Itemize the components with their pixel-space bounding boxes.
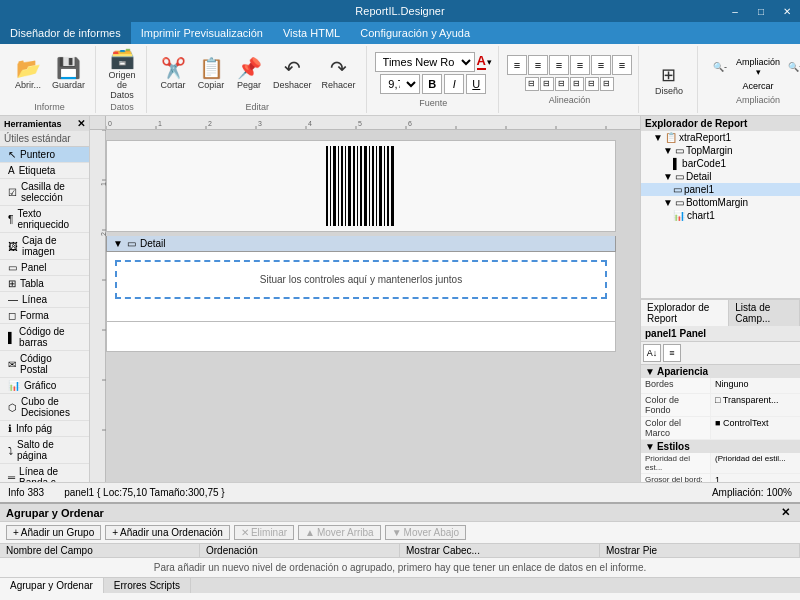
texto-enriquecido-icon: ¶ <box>8 214 13 225</box>
zoom-out-button[interactable]: 🔍- <box>706 55 734 79</box>
data-source-button[interactable]: 🗃️ Origende Datos <box>104 48 140 100</box>
add-order-button[interactable]: + Añadir una Ordenación <box>105 525 230 540</box>
tool-linea[interactable]: — Línea <box>0 292 89 308</box>
align-bottom-button[interactable]: ≡ <box>612 55 632 75</box>
props-cat-estilos[interactable]: ▼ Estilos <box>641 440 800 453</box>
caja-imagen-label: Caja de imagen <box>22 235 81 257</box>
close-button[interactable]: ✕ <box>774 0 800 22</box>
redo-button[interactable]: ↷ Rehacer <box>318 48 360 100</box>
svg-rect-40 <box>369 146 370 226</box>
bold-button[interactable]: B <box>422 74 442 94</box>
status-zoom: Ampliación: 100% <box>712 487 792 498</box>
tree-item-bottommargin[interactable]: ▼ ▭ BottomMargin <box>641 196 800 209</box>
delete-button[interactable]: ✕ Eliminar <box>234 525 294 540</box>
grafico-icon: 📊 <box>8 380 20 391</box>
svg-rect-42 <box>376 146 377 226</box>
tool-tabla[interactable]: ⊞ Tabla <box>0 276 89 292</box>
bottom-tab-scripts[interactable]: Errores Scripts <box>104 578 191 593</box>
bottommargin-icon: ▭ <box>675 197 684 208</box>
tool-casilla[interactable]: ☑ Casilla de selección <box>0 179 89 206</box>
svg-rect-46 <box>391 146 394 226</box>
props-group-icon[interactable]: ≡ <box>663 344 681 362</box>
move-up-label: Mover Arriba <box>317 527 374 538</box>
save-button[interactable]: 💾 Guardar <box>48 48 89 100</box>
underline-button[interactable]: U <box>466 74 486 94</box>
tool-linea-banda[interactable]: ═ Línea de Banda c... <box>0 464 89 482</box>
tool-texto-enriquecido[interactable]: ¶ Texto enriquecido <box>0 206 89 233</box>
svg-text:6: 6 <box>408 120 412 127</box>
font-family-select[interactable]: Times New Roman <box>375 52 475 72</box>
props-tab-fields[interactable]: Lista de Camp... <box>729 300 800 326</box>
tool-salto[interactable]: ⤵ Salto de página <box>0 437 89 464</box>
align-center-button[interactable]: ≡ <box>528 55 548 75</box>
toolbox-close[interactable]: ✕ <box>77 118 85 129</box>
align-opt5[interactable]: ⊟ <box>585 77 599 91</box>
menu-item-html[interactable]: Vista HTML <box>273 22 350 44</box>
move-up-button[interactable]: ▲ Mover Arriba <box>298 525 381 540</box>
align-opt6[interactable]: ⊟ <box>600 77 614 91</box>
align-opt4[interactable]: ⊟ <box>570 77 584 91</box>
tool-info-pag[interactable]: ℹ Info pág <box>0 421 89 437</box>
props-tab-explorer[interactable]: Explorador de Report <box>641 300 729 326</box>
tool-puntero[interactable]: ↖ Puntero <box>0 147 89 163</box>
tool-codigo-barras[interactable]: ▌ Código de barras <box>0 324 89 351</box>
tool-grafico[interactable]: 📊 Gráfico <box>0 378 89 394</box>
cut-button[interactable]: ✂️ Cortar <box>155 48 191 100</box>
align-opt2[interactable]: ⊟ <box>540 77 554 91</box>
bottom-panel-controls: ✕ <box>777 506 794 519</box>
panel-control[interactable]: Situar los controles aquí y mantenerlos … <box>115 260 607 299</box>
bottom-empty-text: Para añadir un nuevo nivel de ordenación… <box>0 558 800 577</box>
tool-codigo-postal[interactable]: ✉ Código Postal <box>0 351 89 378</box>
align-left-button[interactable]: ≡ <box>507 55 527 75</box>
tool-panel[interactable]: ▭ Panel <box>0 260 89 276</box>
props-sort-icon[interactable]: A↓ <box>643 344 661 362</box>
tabla-label: Tabla <box>20 278 44 289</box>
tree-item-detail[interactable]: ▼ ▭ Detail <box>641 170 800 183</box>
align-top-button[interactable]: ≡ <box>591 55 611 75</box>
properties-panel: Explorador de Report Lista de Camp... pa… <box>641 299 800 482</box>
tool-forma[interactable]: ◻ Forma <box>0 308 89 324</box>
tree-item-chart1[interactable]: 📊 chart1 <box>641 209 800 222</box>
menu-item-preview[interactable]: Imprimir Previsualización <box>131 22 273 44</box>
menu-item-designer[interactable]: Diseñador de informes <box>0 22 131 44</box>
tool-cubo[interactable]: ⬡ Cubo de Decisiones <box>0 394 89 421</box>
panel-text: Situar los controles aquí y mantenerlos … <box>260 274 462 285</box>
bottom-tab-agrupar[interactable]: Agrupar y Ordenar <box>0 578 104 593</box>
props-tab-explorer-label: Explorador de Report <box>647 302 709 324</box>
align-opt1[interactable]: ⊟ <box>525 77 539 91</box>
move-down-button[interactable]: ▼ Mover Abajo <box>385 525 467 540</box>
barcode-visual <box>326 146 396 226</box>
maximize-button[interactable]: □ <box>748 0 774 22</box>
col-cabecera: Mostrar Cabec... <box>400 544 600 557</box>
ruler-ticks: 0 1 2 3 4 5 6 <box>106 116 640 130</box>
tree-item-topmargin[interactable]: ▼ ▭ TopMargin <box>641 144 800 157</box>
align-justify-button[interactable]: ≡ <box>570 55 590 75</box>
copy-label: Copiar <box>198 80 225 90</box>
canvas-area[interactable]: 0 1 2 3 4 5 6 <box>90 116 640 482</box>
tree-item-panel1[interactable]: ▭ panel1 <box>641 183 800 196</box>
tool-caja-imagen[interactable]: 🖼 Caja de imagen <box>0 233 89 260</box>
add-order-label: Añadir una Ordenación <box>120 527 223 538</box>
linea-banda-label: Línea de Banda c... <box>19 466 81 482</box>
align-opt3[interactable]: ⊟ <box>555 77 569 91</box>
copy-button[interactable]: 📋 Copiar <box>193 48 229 100</box>
align-right-button[interactable]: ≡ <box>549 55 569 75</box>
tree-item-report[interactable]: ▼ 📋 xtraReport1 <box>641 131 800 144</box>
design-button[interactable]: ⊞ Diseño <box>647 54 691 106</box>
add-group-button[interactable]: + Añadir un Grupo <box>6 525 101 540</box>
barcode-label: barCode1 <box>682 158 726 169</box>
font-size-select[interactable]: 9,75 <box>380 74 420 94</box>
codigo-postal-label: Código Postal <box>20 353 81 375</box>
tree-item-barcode[interactable]: ▌ barCode1 <box>641 157 800 170</box>
zoom-in-button[interactable]: 🔍+ <box>782 55 800 79</box>
undo-button[interactable]: ↶ Deshacer <box>269 48 316 100</box>
italic-button[interactable]: I <box>444 74 464 94</box>
minimize-button[interactable]: – <box>722 0 748 22</box>
open-button[interactable]: 📂 Abrir... <box>10 48 46 100</box>
svg-rect-32 <box>338 146 339 226</box>
props-cat-apariencia[interactable]: ▼ Apariencia <box>641 365 800 378</box>
bottom-panel-close[interactable]: ✕ <box>777 506 794 519</box>
tool-etiqueta[interactable]: A Etiqueta <box>0 163 89 179</box>
paste-button[interactable]: 📌 Pegar <box>231 48 267 100</box>
menu-item-config[interactable]: Configuración y Ayuda <box>350 22 480 44</box>
